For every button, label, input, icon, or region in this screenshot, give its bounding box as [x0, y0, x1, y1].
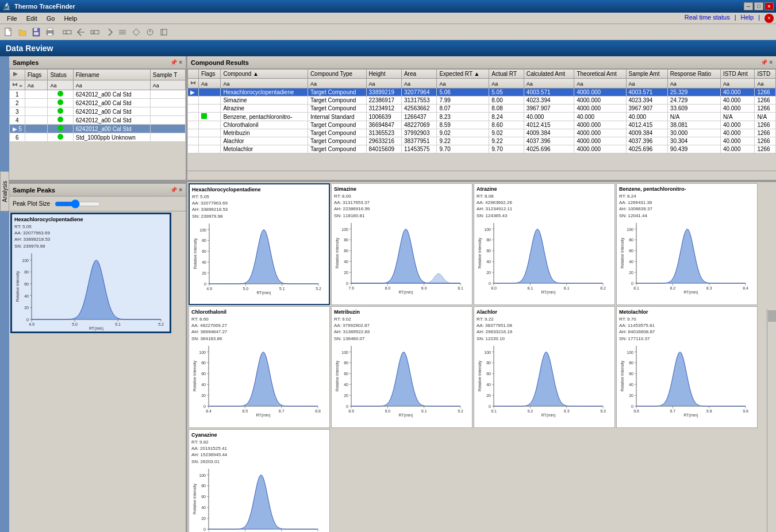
close-icon[interactable]: × [765, 14, 774, 23]
sample-peaks-close-icon[interactable]: × [179, 187, 182, 193]
compound-horiz-scrollbar[interactable] [187, 171, 776, 180]
peak-card[interactable]: Atrazine RT: 8.08 AA: 42963662.26 AH: 31… [474, 183, 615, 305]
samples-table-container[interactable]: Flags Status Filename Sample T = Aa [9, 69, 186, 180]
sample-type [150, 107, 185, 116]
close-button[interactable]: × [765, 2, 774, 10]
open-button[interactable] [16, 26, 29, 38]
svg-text:60: 60 [344, 249, 348, 253]
cr-row-response-ratio: 25.329 [667, 88, 720, 97]
nav-button-2[interactable] [75, 26, 87, 38]
compound-row[interactable]: Chlorothalonil Target Compound 36694847 … [188, 121, 776, 129]
sample-row[interactable]: 1 6242012_a00 Cal Std [10, 90, 186, 99]
col-flags-header[interactable]: Flags [25, 70, 48, 80]
cr-height-col[interactable]: Height [366, 70, 401, 79]
peak-name: Hexachlorocyclopentadiene [14, 217, 167, 222]
nav-button-5[interactable] [116, 26, 129, 38]
scrollbar-thumb[interactable] [768, 310, 776, 322]
svg-text:8.1: 8.1 [633, 286, 639, 290]
peak-card-name: Simazine [334, 186, 470, 192]
cr-compound-col[interactable]: Compound ▲ [221, 70, 308, 79]
compound-results-section: Compound Results 📌 × Flags Compound ▲ [187, 56, 776, 180]
minimize-button[interactable]: ─ [744, 2, 753, 10]
samples-pin-icon[interactable]: 📌 [170, 59, 177, 65]
help-link[interactable]: Help [741, 14, 754, 23]
compound-row[interactable]: Alachlor Target Compound 29633216 383779… [188, 137, 776, 145]
compound-row[interactable]: Benzene, pentachloronitro- Internal Stan… [188, 113, 776, 121]
cr-row-response-ratio: 90.439 [667, 145, 720, 153]
cr-actual-rt-col[interactable]: Actual RT [489, 70, 524, 79]
cr-row-theor-amt: 4000.000 [574, 121, 626, 129]
menu-help[interactable]: Help [59, 14, 82, 23]
real-time-status-link[interactable]: Real time status [685, 14, 730, 23]
cr-flags-col[interactable]: Flags [199, 70, 221, 79]
samples-close-icon[interactable]: × [179, 59, 182, 65]
cr-istd-col[interactable]: ISTD [755, 70, 776, 79]
peak-card[interactable]: Hexachlorocyclopentadiene RT: 5.05 AA: 3… [189, 183, 330, 305]
compound-results-close-icon[interactable]: × [769, 59, 773, 65]
cr-arrow-col[interactable] [188, 70, 199, 79]
menu-go[interactable]: Go [42, 14, 60, 23]
svg-text:RT(min): RT(min) [89, 326, 103, 331]
svg-text:60: 60 [486, 372, 491, 376]
cr-istd-amt-col[interactable]: ISTD Amt [720, 70, 754, 79]
analysis-tab[interactable]: Analysis [0, 171, 9, 211]
sample-row[interactable]: 2 6242012_a00 Cal Std [10, 99, 186, 107]
sample-filename: 6242012_a00 Cal Std [73, 116, 150, 125]
col-filename-header[interactable]: Filename [73, 70, 150, 80]
nav-button-3[interactable]: II [89, 26, 101, 38]
cr-sample-amt-col[interactable]: Sample Amt [626, 70, 667, 79]
peak-card[interactable]: Alachlor RT: 9.22 AA: 38377951.08 AH: 29… [474, 306, 615, 428]
peak-card[interactable]: Chlorothalonil RT: 8.60 AA: 48227069.27 … [189, 306, 330, 428]
cr-expected-rt-col[interactable]: Expected RT ▲ [437, 70, 489, 79]
svg-marker-14 [133, 29, 140, 36]
compound-table-wrap[interactable]: Flags Compound ▲ Compound Type Height Ar… [187, 69, 776, 171]
new-button[interactable] [2, 26, 15, 38]
compound-results-pin-icon[interactable]: 📌 [760, 59, 767, 65]
cr-area-col[interactable]: Area [401, 70, 436, 79]
sample-status [48, 133, 73, 142]
nav-button-4[interactable] [102, 26, 115, 38]
peak-card[interactable]: Simazine RT: 8.00 AA: 31317653.37 AH: 22… [331, 183, 472, 305]
compound-results-icons: 📌 × [760, 59, 773, 65]
sample-peaks-pin-icon[interactable]: 📌 [170, 187, 177, 193]
cr-row-area: 48227069 [401, 121, 436, 129]
cr-row-istd-amt: 40.000 [720, 137, 754, 145]
menu-edit[interactable]: Edit [22, 14, 42, 23]
peak-card[interactable]: Cyanazine RT: 9.82 AA: 20191525.41 AH: 1… [189, 429, 330, 532]
svg-rect-0 [5, 28, 11, 36]
print-button[interactable] [44, 26, 56, 38]
peak-card[interactable]: Metribuzin RT: 9.02 AA: 37992902.87 AH: … [331, 306, 472, 428]
peak-plot-size-slider[interactable] [55, 199, 101, 209]
nav-button-8[interactable] [157, 26, 170, 38]
cr-row-area: 42563662 [401, 105, 436, 113]
compound-row[interactable]: ▶ Hexachlorocyclopentadiene Target Compo… [188, 88, 776, 97]
sample-row[interactable]: ▶ 5 6242012_a00 Cal Std [10, 125, 186, 133]
app-icon: 🔬 [2, 2, 11, 10]
compound-row[interactable]: Metribuzin Target Compound 31365523 3799… [188, 129, 776, 137]
compound-row[interactable]: Atrazine Target Compound 31234912 425636… [188, 105, 776, 113]
cr-theor-amt-col[interactable]: Theoretical Amt [574, 70, 626, 79]
svg-text:80: 80 [202, 238, 206, 242]
cr-type-col[interactable]: Compound Type [308, 70, 366, 79]
cr-calc-amt-col[interactable]: Calculated Amt [524, 70, 574, 79]
nav-button-6[interactable] [130, 26, 143, 38]
cr-row-calc-amt: 4037.396 [524, 137, 574, 145]
nav-button-7[interactable] [144, 26, 156, 38]
right-scrollbar[interactable] [767, 309, 776, 532]
nav-button-1[interactable]: 1 [61, 26, 74, 38]
maximize-button[interactable]: □ [754, 2, 763, 10]
peak-card[interactable]: Benzene, pentachloronitro- RT: 8.24 AA: … [616, 183, 758, 305]
menu-file[interactable]: File [2, 14, 22, 23]
compound-row[interactable]: Metolachlor Target Compound 84015609 114… [188, 145, 776, 153]
save-button[interactable] [30, 26, 43, 38]
col-sampletype-header[interactable]: Sample T [150, 70, 185, 80]
col-row-num[interactable] [10, 70, 25, 80]
sample-row[interactable]: 3 6242012_a00 Cal Std [10, 107, 186, 116]
sample-row[interactable]: 6 Std_1000ppb Unknown [10, 133, 186, 142]
peak-card[interactable]: Metolachlor RT: 9.70 AA: 11453575.81 AH:… [616, 306, 758, 428]
sample-type [150, 116, 185, 125]
sample-row[interactable]: 4 6242012_a00 Cal Std [10, 116, 186, 125]
compound-row[interactable]: Simazine Target Compound 22386917 313175… [188, 97, 776, 105]
cr-response-ratio-col[interactable]: Response Ratio [667, 70, 720, 79]
col-status-header[interactable]: Status [48, 70, 73, 80]
